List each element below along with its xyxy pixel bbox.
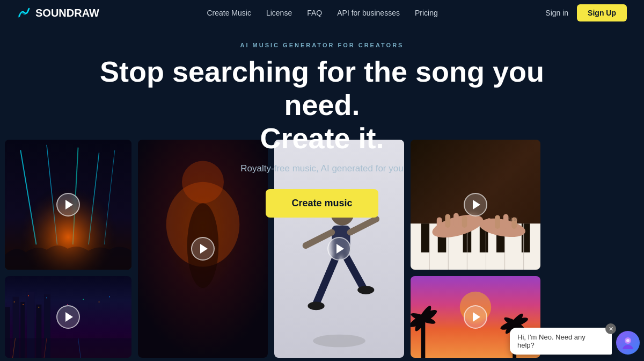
svg-point-40 xyxy=(357,286,374,294)
sign-in-button[interactable]: Sign in xyxy=(545,9,568,17)
disco-play-button[interactable] xyxy=(191,237,215,261)
create-music-cta-button[interactable]: Create music xyxy=(266,189,378,218)
nav-pricing[interactable]: Pricing xyxy=(415,9,438,17)
svg-rect-23 xyxy=(5,338,131,358)
svg-point-32 xyxy=(313,335,365,348)
svg-rect-61 xyxy=(486,218,492,229)
hero-subtitle: Royalty-free music, AI generated for you xyxy=(11,163,633,174)
dancer-play-button[interactable] xyxy=(327,237,351,261)
neo-close-button[interactable]: ✕ xyxy=(605,323,616,334)
neo-chat: Hi, I'm Neo. Need any help? ✕ xyxy=(510,328,640,355)
svg-point-15 xyxy=(28,295,29,297)
svg-point-39 xyxy=(308,302,324,311)
svg-point-16 xyxy=(46,297,47,298)
sign-up-button[interactable]: Sign Up xyxy=(577,4,627,21)
nav-links: Create Music License FAQ API for busines… xyxy=(207,8,437,18)
city-card xyxy=(5,276,131,358)
svg-rect-57 xyxy=(437,217,442,228)
nav-faq[interactable]: FAQ xyxy=(307,9,322,17)
hero-title-line1: Stop searching for the song you need. xyxy=(100,55,544,121)
svg-rect-43 xyxy=(421,223,430,252)
nav-create-music[interactable]: Create Music xyxy=(207,9,251,17)
svg-point-22 xyxy=(109,297,110,298)
nav-api[interactable]: API for businesses xyxy=(337,9,400,17)
svg-point-14 xyxy=(14,301,15,302)
nav-license[interactable]: License xyxy=(266,9,292,17)
neo-message-bubble: Hi, I'm Neo. Need any help? xyxy=(510,328,612,355)
nav-right: Sign in Sign Up xyxy=(545,4,627,21)
hero-section: AI MUSIC GENERATOR FOR CREATORS Stop sea… xyxy=(0,26,644,218)
svg-point-77 xyxy=(626,339,630,342)
neo-message-text: Hi, I'm Neo. Need any help? xyxy=(517,333,586,349)
svg-text:YA M: YA M xyxy=(508,217,518,222)
svg-point-17 xyxy=(23,304,24,305)
hero-title: Stop searching for the song you need. Cr… xyxy=(80,55,564,155)
navbar: SOUNDRAW Create Music License FAQ API fo… xyxy=(0,0,644,26)
palm-play-button[interactable] xyxy=(464,305,487,329)
hero-eyebrow: AI MUSIC GENERATOR FOR CREATORS xyxy=(11,42,633,48)
brand-name: SOUNDRAW xyxy=(35,7,99,19)
hero-title-line2: Create it. xyxy=(260,122,384,154)
svg-point-21 xyxy=(99,301,100,302)
logo[interactable]: SOUNDRAW xyxy=(17,5,99,20)
svg-point-20 xyxy=(83,299,84,300)
neo-avatar xyxy=(616,331,640,355)
svg-point-18 xyxy=(38,307,39,308)
city-play-button[interactable] xyxy=(56,305,80,329)
